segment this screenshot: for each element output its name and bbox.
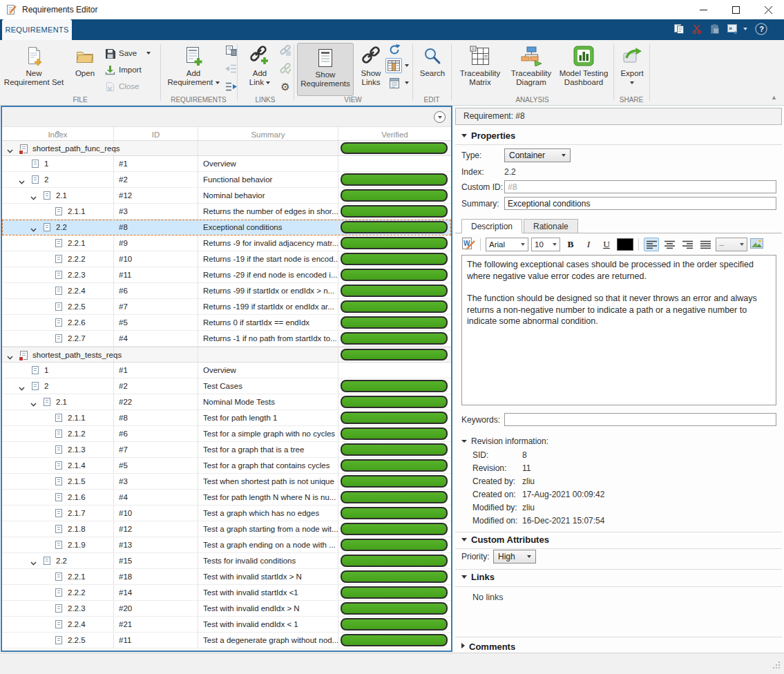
table-row[interactable]: 2.1.9 #13 Test a graph ending on a node … [2,537,451,553]
table-row[interactable]: 2.1.1 #3 Returns the number of edges in … [2,204,451,220]
table-row[interactable]: 2.2.5 #11 Test a degenerate graph withou… [2,633,451,648]
description-text-area[interactable]: The following exceptional cases should b… [461,255,776,405]
table-row[interactable]: 2.1 #12 Nominal behavior [2,188,451,204]
columns-view-caret[interactable] [405,64,409,67]
traceability-matrix-button[interactable]: Traceability Matrix [455,41,506,86]
custom-attributes-section-header[interactable]: Custom Attributes [461,535,549,545]
table-row[interactable]: shortest_path_func_reqs [2,140,451,156]
table-row[interactable]: 1 #1 Overview [2,363,451,378]
table-row[interactable]: 2.2 #15 Tests for invalid conditions [2,553,451,569]
collapse-ribbon-icon[interactable]: ▲ [771,94,777,101]
table-row[interactable]: 2.2.3 #20 Test with invalid endIdx > N [2,601,451,617]
minimize-button[interactable] [687,0,719,19]
table-row[interactable]: 2.1.5 #3 Test when shortest path is not … [2,474,451,490]
table-row[interactable]: 2.1.1 #8 Test for path length 1 [2,410,451,426]
show-requirements-button[interactable]: Show Requirements [297,43,354,96]
help-icon[interactable]: ? [754,22,768,36]
tree-expand-chevron[interactable] [30,193,37,198]
priority-dropdown[interactable]: High [493,550,536,564]
comments-section-header[interactable]: Comments [461,642,515,652]
table-row[interactable]: 2.2.1 #18 Test with invalid startIdx > N [2,569,451,585]
demote-requirement-icon[interactable] [224,79,238,93]
paste-icon[interactable] [708,22,722,36]
table-row[interactable]: 2.2.1 #9 Returns -9 for invalid adjacenc… [2,235,451,251]
underline-button[interactable]: U [599,238,614,251]
tree-expand-chevron[interactable] [30,400,37,404]
table-row[interactable]: 2.1 #22 Nominal Mode Tests [2,394,451,410]
properties-section-header[interactable]: Properties [461,131,515,141]
list-style-select[interactable]: -- [716,238,747,251]
table-row[interactable]: 2.2.5 #7 Returns -199 if startIdx or end… [2,299,451,315]
keywords-field[interactable] [504,413,776,426]
type-dropdown[interactable]: Container [504,148,571,162]
table-row[interactable]: 2.1.2 #6 Test for a simple graph with no… [2,426,451,442]
new-requirement-set-button[interactable]: New Requirement Set [3,41,65,86]
table-row[interactable]: 2 #2 Functional behavior [2,172,451,188]
align-left-button[interactable] [644,238,659,251]
link-settings-gear-icon[interactable]: ⚙ [278,79,292,93]
table-row[interactable]: 2.1.4 #5 Test for a graph that contains … [2,458,451,474]
table-row[interactable]: 2.2.6 #5 Returns 0 if startIdx == endIdx [2,315,451,331]
table-row[interactable]: 2.1.8 #12 Test a graph starting from a n… [2,521,451,537]
traceability-diagram-button[interactable]: Traceability Diagram [506,41,557,86]
column-options-icon[interactable] [434,111,446,123]
word-export-icon[interactable]: W [461,237,475,252]
close-button[interactable] [752,0,784,19]
resize-grip[interactable] [772,661,781,671]
table-row[interactable]: 2.2.2 #10 Returns -19 if the start node … [2,251,451,267]
align-right-button[interactable] [680,238,695,251]
summary-field[interactable] [504,197,776,210]
tree-expand-chevron[interactable] [30,225,37,229]
column-header-summary[interactable]: Summary [198,127,338,140]
insert-image-icon[interactable] [750,238,763,251]
maximize-button[interactable] [720,0,752,19]
table-row[interactable]: 1 #1 Overview [2,156,451,172]
custom-id-field[interactable] [504,180,776,193]
add-link-button[interactable]: Add Link [241,41,278,86]
font-size-select[interactable]: 10 [531,238,560,251]
table-row[interactable]: shortest_path_tests_reqs [2,347,451,363]
table-row[interactable]: 2 #2 Test Cases [2,378,451,394]
table-row[interactable]: 2.2.2 #14 Test with invalid startIdx <1 [2,585,451,601]
bold-button[interactable]: B [563,238,578,251]
tree-expand-chevron[interactable] [7,353,13,357]
save-button[interactable]: Save [104,46,156,61]
text-color-swatch[interactable] [617,238,633,251]
tree-expand-chevron[interactable] [19,384,25,388]
delete-requirement-icon[interactable] [224,44,238,57]
add-requirement-caret[interactable] [216,81,220,84]
align-center-button[interactable] [662,238,677,251]
shortcuts-caret[interactable] [743,28,747,30]
tab-rationale[interactable]: Rationale [524,219,578,233]
tree-expand-chevron[interactable] [7,146,13,151]
report-view-icon[interactable] [388,76,401,90]
table-row[interactable]: 2.2.4 #21 Test with invalid endIdx < 1 [2,617,451,633]
tree-expand-chevron[interactable] [30,559,37,563]
shortcuts-icon[interactable]: »★ [726,22,740,36]
show-links-button[interactable]: Show Links [355,41,387,86]
cut-icon[interactable] [690,22,704,36]
links-section-header[interactable]: Links [461,572,495,582]
copy-icon[interactable] [672,22,686,36]
column-header-id[interactable]: ID [114,127,198,140]
import-button[interactable]: Import [104,62,156,77]
report-view-caret[interactable] [405,81,409,84]
export-button[interactable]: Export [616,41,648,86]
add-link-caret[interactable] [266,81,270,84]
open-button[interactable]: Open [68,41,102,77]
revision-information-header[interactable]: Revision information: [461,435,548,447]
font-family-select[interactable]: Arial [486,238,528,251]
tab-description[interactable]: Description [461,219,522,233]
refresh-icon[interactable] [388,43,401,57]
tree-expand-chevron[interactable] [19,177,25,182]
table-row[interactable]: 2.2.7 #4 Returns -1 if no path from star… [2,331,451,347]
table-row[interactable]: 2.2 #8 Exceptional conditions [2,220,451,235]
table-row[interactable]: 2.1.3 #7 Test for a graph that is a tree [2,442,451,458]
column-header-verified[interactable]: Verified [338,127,451,140]
table-row[interactable]: 2.2.3 #11 Returns -29 if end node is enc… [2,267,451,283]
save-caret[interactable] [146,52,151,55]
add-requirement-button[interactable]: Add Requirement [164,41,222,86]
columns-view-icon[interactable] [385,58,402,73]
tab-requirements[interactable]: REQUIREMENTS [2,19,72,40]
model-testing-dashboard-button[interactable]: Model Testing Dashboard [557,41,611,86]
